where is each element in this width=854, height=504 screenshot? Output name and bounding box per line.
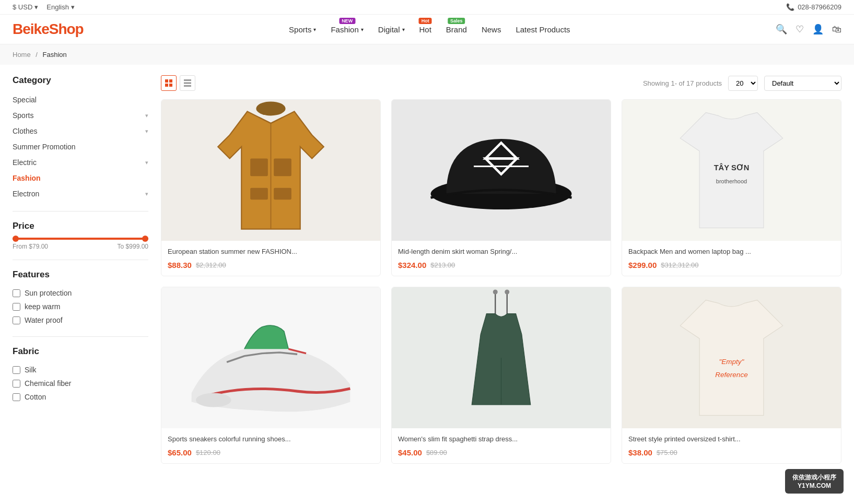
chevron-down-icon: ▾	[145, 128, 148, 135]
svg-text:"Empty": "Empty"	[719, 358, 745, 366]
fabric-item[interactable]: Chemical fiber	[13, 377, 148, 390]
svg-text:Reference: Reference	[715, 371, 747, 379]
product-card[interactable]: European station summer new FASHION... $…	[161, 99, 381, 276]
price-current: $88.30	[168, 261, 192, 269]
chevron-down-icon: ▾	[145, 112, 148, 119]
price-range: From $79.00 To $999.00	[13, 238, 148, 250]
products-area: Showing 1- of 17 products 20 40 60 Defau…	[161, 75, 841, 464]
product-name: Backpack Men and women laptop bag ...	[628, 247, 835, 256]
sort-select[interactable]: Default Price: Low to High Price: High t…	[764, 76, 841, 91]
product-info: Women's slim fit spaghetti strap dress..…	[392, 428, 611, 463]
nav-item-sports[interactable]: Sports ▾	[289, 23, 316, 36]
price-original: $120.00	[196, 449, 220, 456]
currency-selector[interactable]: $ USD ▾	[13, 3, 38, 11]
breadcrumb-current: Fashion	[43, 51, 67, 58]
features-title: Features	[13, 269, 148, 280]
fabric-item[interactable]: Silk	[13, 363, 148, 377]
main-content: Category SpecialSports▾Clothes▾Summer Pr…	[0, 65, 854, 474]
price-slider-track	[13, 238, 148, 240]
product-image	[392, 100, 611, 241]
product-info: Street style printed oversized t-shirt..…	[622, 428, 841, 463]
category-item[interactable]: Summer Promotion	[13, 139, 148, 155]
sales-badge: Sales	[448, 18, 465, 24]
view-toggle	[161, 75, 195, 91]
category-item[interactable]: Sports▾	[13, 108, 148, 123]
header-icons: 🔍 ♡ 👤 🛍	[776, 24, 841, 35]
svg-text:TÂY SƠN: TÂY SƠN	[714, 163, 750, 172]
nav-item-hot[interactable]: Hot Hot	[419, 23, 431, 36]
nav-item-brand[interactable]: Sales Brand	[446, 23, 467, 36]
product-name: Sports sneakers colorful running shoes..…	[168, 435, 374, 444]
nav-item-digital[interactable]: Digital ▾	[378, 23, 405, 36]
price-slider-right-thumb[interactable]	[142, 236, 148, 242]
product-info: Backpack Men and women laptop bag ... $2…	[622, 241, 841, 276]
list-view-button[interactable]	[180, 75, 195, 91]
language-selector[interactable]: English ▾	[46, 3, 75, 11]
product-image	[161, 287, 380, 428]
nav-item-latest-products[interactable]: Latest Products	[516, 23, 570, 36]
category-item[interactable]: Special	[13, 92, 148, 108]
product-card[interactable]: "Empty" Reference Street style printed o…	[622, 287, 841, 464]
cart-icon[interactable]: 🛍	[832, 24, 841, 35]
category-item[interactable]: Fashion	[13, 170, 148, 186]
product-name: Women's slim fit spaghetti strap dress..…	[398, 435, 604, 444]
account-icon[interactable]: 👤	[812, 24, 824, 35]
search-icon[interactable]: 🔍	[776, 24, 787, 35]
category-item[interactable]: Clothes▾	[13, 123, 148, 139]
product-prices: $65.00 $120.00	[168, 448, 374, 457]
list-icon	[184, 79, 191, 87]
hot-badge: Hot	[419, 18, 432, 24]
feature-item[interactable]: Sun protection	[13, 286, 148, 300]
product-name: Mid-length denim skirt woman Spring/...	[398, 247, 604, 256]
nav-item-fashion[interactable]: NEW Fashion ▾	[331, 23, 363, 36]
product-card[interactable]: Sports sneakers colorful running shoes..…	[161, 287, 381, 464]
main-nav: Sports ▾ NEW Fashion ▾ Digital ▾ Hot Hot…	[289, 23, 570, 36]
product-image: TÂY SƠN brotherhood	[622, 100, 841, 241]
product-prices: $38.00 $75.00	[628, 448, 835, 457]
sidebar: Category SpecialSports▾Clothes▾Summer Pr…	[13, 75, 148, 464]
product-name: Street style printed oversized t-shirt..…	[628, 435, 835, 444]
chevron-down-icon: ▾	[361, 27, 364, 32]
fabric-item[interactable]: Cotton	[13, 390, 148, 404]
svg-rect-2	[165, 84, 168, 87]
svg-point-20	[493, 290, 498, 295]
price-title: Price	[13, 221, 148, 231]
wishlist-icon[interactable]: ♡	[795, 24, 804, 35]
price-original: $213.00	[430, 261, 455, 269]
nav-item-news[interactable]: News	[482, 23, 501, 36]
price-original: $312,312.00	[661, 261, 698, 269]
price-slider-left-thumb[interactable]	[13, 236, 19, 242]
logo[interactable]: BeikeShop	[13, 21, 84, 38]
svg-point-17	[196, 393, 231, 407]
feature-item[interactable]: Water proof	[13, 313, 148, 327]
svg-rect-0	[165, 79, 168, 83]
svg-rect-6	[184, 85, 191, 87]
feature-item[interactable]: keep warm	[13, 300, 148, 313]
product-card[interactable]: TÂY SƠN brotherhood Backpack Men and wom…	[622, 99, 841, 276]
product-prices: $45.00 $89.00	[398, 448, 604, 457]
price-to: To $999.00	[118, 243, 148, 250]
svg-point-11	[256, 101, 285, 115]
svg-rect-5	[184, 83, 191, 84]
price-original: $2,312.00	[196, 261, 226, 269]
svg-rect-10	[274, 188, 291, 200]
grid-view-button[interactable]	[161, 75, 177, 91]
features-list: Sun protectionkeep warmWater proof	[13, 286, 148, 327]
category-item[interactable]: Electric▾	[13, 155, 148, 170]
top-bar-left: $ USD ▾ English ▾	[13, 3, 75, 11]
product-card[interactable]: Women's slim fit spaghetti strap dress..…	[391, 287, 611, 464]
breadcrumb-home[interactable]: Home	[13, 51, 31, 58]
product-prices: $324.00 $213.00	[398, 261, 604, 269]
product-info: Mid-length denim skirt woman Spring/... …	[392, 241, 611, 276]
price-current: $324.00	[398, 261, 426, 269]
svg-rect-7	[250, 159, 268, 177]
chevron-down-icon: ▾	[402, 27, 405, 32]
products-toolbar: Showing 1- of 17 products 20 40 60 Defau…	[161, 75, 841, 91]
chevron-down-icon: ▾	[145, 159, 148, 166]
svg-rect-4	[184, 79, 191, 81]
price-current: $38.00	[628, 448, 652, 457]
svg-text:brotherhood: brotherhood	[716, 178, 747, 184]
per-page-select[interactable]: 20 40 60	[728, 76, 758, 91]
category-item[interactable]: Electron▾	[13, 186, 148, 202]
product-card[interactable]: Mid-length denim skirt woman Spring/... …	[391, 99, 611, 276]
